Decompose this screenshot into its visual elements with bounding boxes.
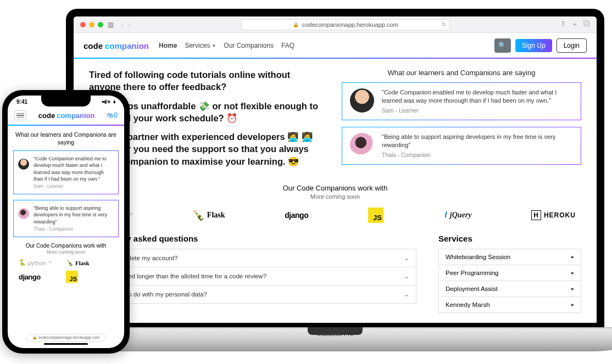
- close-window-icon[interactable]: [80, 22, 86, 27]
- testimonial-card: "Being able to support aspiring develope…: [342, 127, 581, 165]
- app-header: code companion Home Services ▼ Our Compa…: [74, 33, 597, 58]
- forward-icon[interactable]: ›: [128, 20, 130, 29]
- signup-button[interactable]: Sign Up: [515, 39, 552, 52]
- testimonial-author: Sam - Learner: [382, 107, 573, 114]
- testimonial-card: "Code Companion enabled me to develop mu…: [13, 150, 119, 194]
- js-logo: JS: [368, 208, 383, 223]
- faq-item[interactable]: How do I delete my account?⌄: [89, 249, 416, 267]
- faq-item[interactable]: What if I need longer than the alloted t…: [89, 267, 416, 285]
- url-bar[interactable]: 🔒 codecompanionapp.herokuapp.com ↻: [241, 19, 450, 30]
- testimonial-text: "Code Companion enabled me to develop mu…: [34, 155, 114, 182]
- avatar: [350, 88, 374, 113]
- chevron-right-icon: ▸: [571, 270, 574, 276]
- brand-logo[interactable]: code companion: [84, 41, 149, 51]
- logos-subheading: More coming soon: [13, 249, 119, 255]
- cart-icon: 🛍: [107, 111, 113, 119]
- laptop-screen: ▥ ‹ › 🔒 codecompanionapp.herokuapp.com ↻…: [74, 16, 597, 323]
- testimonials: What our learners and Companions are say…: [342, 69, 581, 174]
- avatar: [350, 133, 374, 157]
- share-icon[interactable]: ⇧: [560, 20, 566, 29]
- testimonial-text: "Being able to support aspiring develope…: [382, 133, 573, 149]
- chevron-right-icon: ▸: [571, 301, 574, 307]
- chevron-right-icon: ▸: [571, 254, 574, 260]
- logos-heading: Our Code Companions work with: [13, 243, 119, 249]
- django-logo: django: [285, 211, 308, 220]
- nav-faq[interactable]: FAQ: [281, 42, 294, 49]
- service-item[interactable]: Kennedy Marsh▸: [438, 297, 581, 313]
- cart-count: 0: [114, 111, 118, 119]
- new-tab-icon[interactable]: ＋: [571, 20, 578, 29]
- flask-logo: 🍾Flask: [192, 209, 225, 221]
- service-item[interactable]: Whiteboarding Session▸: [438, 249, 581, 265]
- avatar: [18, 159, 29, 170]
- testimonials-heading: What our learners and Companions are say…: [342, 69, 581, 77]
- home-indicator[interactable]: [44, 343, 88, 345]
- service-item[interactable]: Deployment Assist▸: [438, 281, 581, 297]
- avatar: [18, 208, 29, 219]
- testimonial-author: Sam - Learner: [34, 183, 114, 189]
- status-time: 9:41: [16, 99, 27, 105]
- search-icon: 🔍: [498, 42, 507, 49]
- phone-notch: [41, 96, 91, 107]
- logos-heading: Our Code Companions work with: [89, 184, 581, 192]
- nav-services[interactable]: Services ▼: [185, 42, 216, 49]
- faq-heading: Frequently asked questions: [89, 234, 416, 243]
- url-text: codecompanionapp.herokuapp.com: [302, 21, 398, 28]
- laptop-bezel: ▥ ‹ › 🔒 codecompanionapp.herokuapp.com ↻…: [66, 9, 604, 327]
- phone-header: code companion 🛍0: [8, 105, 124, 125]
- back-icon[interactable]: ‹: [121, 20, 124, 29]
- status-indicators: ••ıl ᯤ ▮: [102, 99, 115, 105]
- faq-section: Frequently asked questions How do I dele…: [89, 234, 416, 313]
- faq-item[interactable]: What do you do with my personal data?⌄: [89, 285, 416, 304]
- js-logo: JS: [66, 271, 113, 283]
- logos-subheading: More coming soon: [89, 193, 581, 200]
- chevron-down-icon: ⌄: [404, 290, 409, 298]
- phone-url-bar[interactable]: 🔒 codecompanionapp.herokuapp.com: [26, 334, 105, 341]
- lock-icon: 🔒: [293, 22, 299, 27]
- testimonials-heading: What our learners and Companions are say…: [13, 131, 119, 146]
- hero-line-1: Tired of following code tutorials online…: [89, 69, 320, 93]
- testimonial-card: "Being able to support aspiring develope…: [13, 200, 119, 237]
- services-heading: Services: [438, 234, 581, 243]
- search-button[interactable]: 🔍: [494, 38, 511, 53]
- app-body: Tired of following code tutorials online…: [74, 59, 597, 323]
- service-item[interactable]: Peer Programming▸: [438, 265, 581, 281]
- jquery-logo: ⌇jQuery: [443, 210, 472, 220]
- heroku-logo: HHEROKU: [531, 210, 576, 220]
- testimonial-card: "Code Companion enabled me to develop mu…: [342, 82, 581, 120]
- services-section: Services Whiteboarding Session▸ Peer Pro…: [438, 234, 581, 313]
- django-logo: django: [19, 271, 66, 283]
- traffic-lights: [80, 22, 103, 27]
- chevron-down-icon: ⌄: [404, 254, 409, 262]
- tabs-overview-icon[interactable]: ⿻: [583, 20, 590, 29]
- nav-home[interactable]: Home: [159, 42, 177, 49]
- maximize-window-icon[interactable]: [98, 22, 103, 27]
- laptop-mockup: ▥ ‹ › 🔒 codecompanionapp.herokuapp.com ↻…: [66, 0, 604, 351]
- chevron-right-icon: ▸: [571, 285, 574, 292]
- cart-button[interactable]: 🛍0: [107, 111, 118, 119]
- phone-body: What our learners and Companions are say…: [8, 126, 124, 348]
- login-button[interactable]: Login: [557, 38, 587, 53]
- testimonial-author: Thais - Companion: [34, 226, 114, 232]
- testimonial-author: Thais - Companion: [382, 151, 573, 159]
- menu-icon[interactable]: [14, 110, 26, 120]
- browser-toolbar: ▥ ‹ › 🔒 codecompanionapp.herokuapp.com ↻…: [74, 16, 597, 33]
- refresh-icon[interactable]: ↻: [442, 21, 446, 27]
- testimonial-text: "Being able to support aspiring develope…: [34, 205, 114, 225]
- tech-logos-section: Our Code Companions work with More comin…: [89, 184, 581, 223]
- main-nav: Home Services ▼ Our Companions FAQ: [159, 42, 294, 49]
- phone-screen: 9:41 ••ıl ᯤ ▮ code companion 🛍0 What our…: [8, 96, 124, 348]
- testimonial-text: "Code Companion enabled me to develop mu…: [382, 88, 573, 105]
- sidebar-toggle-icon[interactable]: ▥: [108, 21, 114, 29]
- minimize-window-icon[interactable]: [89, 22, 94, 27]
- flask-logo: 🍾Flask: [66, 259, 113, 266]
- chevron-down-icon: ⌄: [404, 272, 409, 280]
- python-logo: 🐍python™: [19, 259, 66, 266]
- nav-companions[interactable]: Our Companions: [224, 42, 274, 49]
- phone-mockup: 9:41 ••ıl ᯤ ▮ code companion 🛍0 What our…: [2, 90, 130, 354]
- lock-icon: 🔒: [32, 335, 37, 339]
- chevron-down-icon: ▼: [212, 43, 216, 48]
- brand-logo[interactable]: code companion: [31, 111, 102, 120]
- phone-footer: 🔒 codecompanionapp.herokuapp.com: [8, 331, 124, 345]
